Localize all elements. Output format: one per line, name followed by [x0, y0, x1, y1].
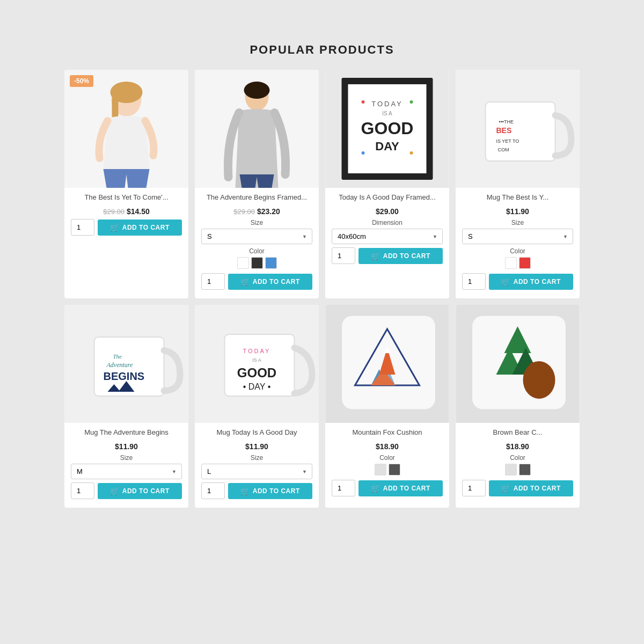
product-controls: SizeSMLColor🛒ADD TO CART	[456, 219, 580, 290]
cart-icon: 🛒	[110, 223, 120, 232]
product-price: $11.90	[71, 442, 182, 451]
sale-price: $11.90	[245, 442, 268, 451]
control-label-size: Size	[462, 219, 573, 226]
product-info: Mug Today Is A Good Day$11.90	[195, 423, 319, 451]
svg-text:GOOD: GOOD	[237, 365, 276, 380]
sale-price: $18.90	[376, 442, 399, 451]
svg-text:Adventure: Adventure	[106, 361, 134, 369]
add-to-cart-button[interactable]: 🛒ADD TO CART	[358, 248, 443, 264]
product-price: $29.00$14.50	[71, 207, 182, 216]
product-image-p3: TODAY IS A GOOD DAY	[325, 70, 449, 188]
color-swatch-0[interactable]	[375, 464, 386, 475]
product-name: Mug The Adventure Begins	[71, 428, 182, 439]
add-to-cart-button[interactable]: 🛒ADD TO CART	[98, 219, 182, 236]
product-card-p7: Mountain Fox Cushion$18.90Color🛒ADD TO C…	[325, 305, 449, 508]
product-name: Brown Bear C...	[462, 428, 573, 439]
color-swatches	[332, 464, 443, 475]
select-wrapper-size: SMLXL	[201, 464, 312, 479]
add-to-cart-label: ADD TO CART	[383, 485, 430, 492]
quantity-input[interactable]	[332, 480, 355, 496]
svg-text:GOOD: GOOD	[361, 119, 414, 138]
product-image-p4: •••THE BES IS YET TO COM	[456, 70, 580, 188]
svg-text:COM: COM	[498, 147, 509, 152]
color-swatch-0[interactable]	[505, 257, 517, 269]
product-price: $29.00	[332, 207, 443, 216]
product-card-p4: •••THE BES IS YET TO COM Mug The Best Is…	[456, 70, 580, 298]
product-info: The Adventure Begins Framed...$29.00$23.…	[195, 188, 319, 216]
product-price: $18.90	[332, 442, 443, 451]
product-card-p1: -50%The Best Is Yet To Come'...$29.00$14…	[64, 70, 188, 298]
original-price: $29.00	[233, 208, 255, 216]
product-card-p3: TODAY IS A GOOD DAY Today Is A Good Day …	[325, 70, 449, 298]
product-info: Mug The Best Is Y...$11.90	[456, 188, 580, 216]
cart-icon: 🛒	[240, 487, 250, 495]
select-wrapper-size: SMLXL	[71, 464, 182, 479]
color-swatch-1[interactable]	[389, 464, 400, 475]
product-info: Brown Bear C...$18.90	[456, 423, 580, 451]
add-to-cart-row: 🛒ADD TO CART	[462, 480, 573, 496]
quantity-input[interactable]	[201, 273, 225, 290]
quantity-input[interactable]	[71, 219, 94, 236]
quantity-input[interactable]	[462, 480, 486, 496]
select-wrapper-size: SMLXL	[201, 229, 312, 244]
discount-badge: -50%	[70, 75, 93, 87]
product-name: Mug Today Is A Good Day	[201, 428, 312, 439]
add-to-cart-label: ADD TO CART	[514, 278, 561, 286]
svg-point-6	[244, 82, 270, 99]
color-swatch-0[interactable]	[505, 464, 517, 475]
add-to-cart-button[interactable]: 🛒ADD TO CART	[489, 480, 573, 496]
product-info: Mug The Adventure Begins$11.90	[64, 423, 188, 451]
color-swatch-2[interactable]	[265, 257, 277, 269]
quantity-input[interactable]	[201, 482, 225, 499]
color-swatch-1[interactable]	[519, 464, 531, 475]
product-name: The Adventure Begins Framed...	[201, 193, 312, 204]
add-to-cart-label: ADD TO CART	[122, 487, 170, 495]
color-swatch-1[interactable]	[251, 257, 263, 269]
cart-icon: 🛒	[371, 252, 380, 260]
control-label-size: Size	[201, 219, 312, 226]
select-size[interactable]: SMLXL	[71, 464, 182, 479]
product-info: Today Is A Good Day Framed...$29.00	[325, 188, 449, 216]
add-to-cart-button[interactable]: 🛒ADD TO CART	[489, 274, 573, 290]
color-label: Color	[462, 247, 573, 255]
add-to-cart-button[interactable]: 🛒ADD TO CART	[358, 480, 443, 496]
cart-icon: 🛒	[240, 277, 250, 286]
quantity-input[interactable]	[71, 482, 94, 499]
product-controls: SizeSMLXLColor🛒ADD TO CART	[195, 219, 319, 290]
add-to-cart-button[interactable]: 🛒ADD TO CART	[228, 274, 312, 290]
product-name: Today Is A Good Day Framed...	[332, 193, 443, 204]
add-to-cart-button[interactable]: 🛒ADD TO CART	[228, 483, 312, 499]
sale-price: $11.90	[115, 442, 138, 451]
product-card-p8: Brown Bear C...$18.90Color🛒ADD TO CART	[456, 305, 580, 508]
product-price: $29.00$23.20	[201, 207, 312, 216]
product-card-p5: The Adventure BEGINS Mug The Adventure B…	[64, 305, 188, 508]
svg-text:TODAY: TODAY	[243, 348, 271, 354]
quantity-input[interactable]	[462, 273, 486, 290]
cart-icon: 🛒	[501, 484, 511, 493]
products-grid: -50%The Best Is Yet To Come'...$29.00$14…	[64, 70, 580, 508]
original-price: $29.00	[103, 208, 125, 216]
product-controls: Color🛒ADD TO CART	[456, 454, 580, 496]
product-image-p5: The Adventure BEGINS	[64, 305, 188, 423]
color-swatch-0[interactable]	[237, 257, 249, 269]
add-to-cart-row: 🛒ADD TO CART	[332, 247, 443, 264]
select-size[interactable]: SML	[462, 229, 573, 244]
select-size[interactable]: SMLXL	[201, 464, 312, 479]
svg-point-14	[362, 100, 365, 104]
svg-text:BEGINS: BEGINS	[104, 370, 145, 382]
add-to-cart-button[interactable]: 🛒ADD TO CART	[98, 483, 182, 499]
color-swatches	[462, 257, 573, 269]
cart-icon: 🛒	[371, 484, 380, 493]
product-info: Mountain Fox Cushion$18.90	[325, 423, 449, 451]
select-dimension[interactable]: 40x60cm50x70cm60x90cm	[332, 229, 443, 244]
add-to-cart-row: 🛒ADD TO CART	[332, 480, 443, 496]
svg-point-17	[410, 151, 413, 155]
add-to-cart-label: ADD TO CART	[253, 278, 300, 286]
svg-text:IS A: IS A	[382, 111, 392, 116]
select-size[interactable]: SMLXL	[201, 229, 312, 244]
add-to-cart-row: 🛒ADD TO CART	[201, 482, 312, 499]
svg-text:• DAY •: • DAY •	[243, 382, 271, 391]
color-swatch-1[interactable]	[519, 257, 531, 269]
quantity-input[interactable]	[332, 247, 355, 264]
product-card-p2: The Adventure Begins Framed...$29.00$23.…	[195, 70, 319, 298]
